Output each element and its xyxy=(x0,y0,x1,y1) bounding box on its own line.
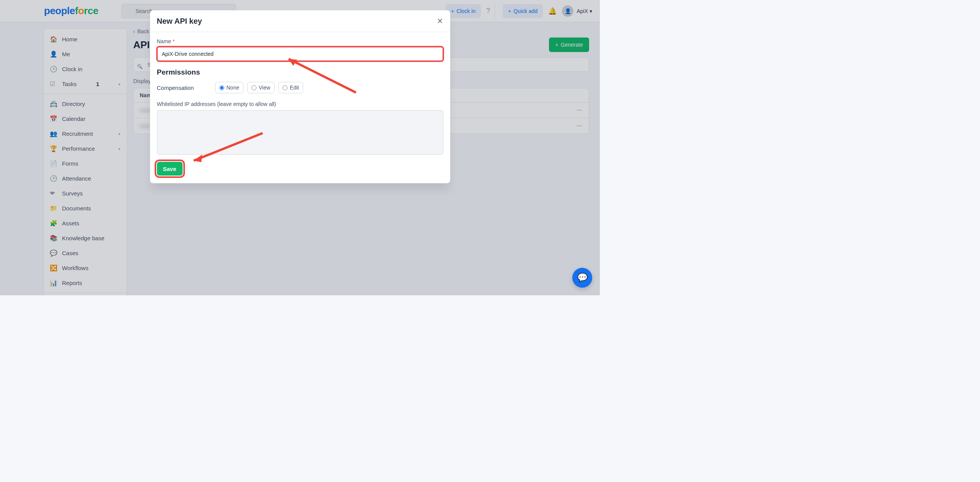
new-api-key-modal: New API key ✕ Name * Permissions Compens… xyxy=(150,10,450,183)
save-button[interactable]: Save xyxy=(157,162,183,176)
modal-title: New API key xyxy=(157,17,202,26)
ip-whitelist-label: Whitelisted IP addresses (leave empty to… xyxy=(157,101,443,107)
modal-backdrop[interactable]: New API key ✕ Name * Permissions Compens… xyxy=(0,0,600,295)
radio-none[interactable]: None xyxy=(215,82,243,93)
permissions-heading: Permissions xyxy=(157,68,443,77)
chat-icon: 💬 xyxy=(577,273,588,283)
compensation-label: Compensation xyxy=(157,85,203,91)
radio-edit[interactable]: Edit xyxy=(278,82,303,93)
name-field-label: Name * xyxy=(157,38,443,44)
close-icon[interactable]: ✕ xyxy=(437,16,443,26)
ip-whitelist-textarea[interactable] xyxy=(157,110,443,155)
chat-fab[interactable]: 💬 xyxy=(572,268,592,288)
radio-view[interactable]: View xyxy=(247,82,274,93)
name-input[interactable] xyxy=(157,47,443,61)
